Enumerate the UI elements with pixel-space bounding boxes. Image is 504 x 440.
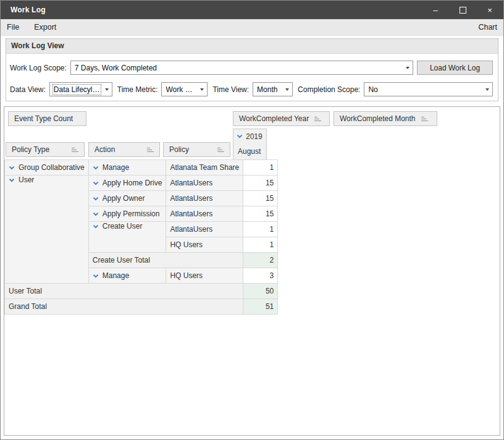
completion-scope-combo[interactable]: No — [364, 82, 493, 96]
policy-cell[interactable]: Atlanata Team Share — [166, 160, 243, 176]
field-button-workcompleted-year[interactable]: WorkCompleted Year — [233, 111, 330, 126]
chevron-down-icon — [285, 88, 289, 91]
field-label: WorkCompleted Month — [340, 114, 416, 123]
combo-arrow-zone[interactable] — [401, 67, 410, 69]
action-cell[interactable]: Create User — [88, 222, 166, 253]
time-view-combo[interactable]: Month — [253, 82, 293, 96]
collapse-chevron-icon[interactable] — [93, 224, 99, 229]
value-cell[interactable]: 15 — [243, 176, 278, 191]
time-metric-value: Work C... — [166, 85, 195, 94]
action-cell[interactable]: Manage — [88, 160, 166, 176]
collapse-chevron-icon[interactable] — [9, 165, 15, 171]
time-metric-label: Time Metric: — [117, 85, 158, 94]
time-metric-combo[interactable]: Work C... — [161, 82, 208, 96]
value-cell[interactable]: 1 — [243, 237, 278, 253]
combo-arrow-zone[interactable] — [280, 88, 289, 91]
scope-row: Work Log Scope: 7 Days, Work Completed L… — [10, 61, 493, 75]
policy-cell[interactable]: AtlantaUsers — [166, 176, 243, 191]
collapse-chevron-icon[interactable] — [93, 196, 99, 201]
combo-arrow-zone[interactable] — [481, 88, 489, 91]
collapse-chevron-icon[interactable] — [93, 211, 99, 217]
policy-cell[interactable]: AtlantaUsers — [166, 206, 243, 222]
action-cell[interactable]: Apply Home Drive — [88, 176, 166, 191]
collapse-chevron-icon[interactable] — [93, 180, 99, 186]
value-cell[interactable]: 3 — [243, 268, 278, 284]
policy-cell[interactable]: HQ Users — [166, 268, 243, 284]
data-view-combo[interactable]: Data Lifecyle ... — [49, 82, 112, 96]
policy-type-cell[interactable]: Group Collaborative — [5, 160, 89, 176]
titlebar: Work Log – × — [1, 1, 503, 19]
pivot-table: Group Collaborative Manage Atlanata Team… — [4, 159, 278, 315]
maximize-icon — [460, 7, 466, 14]
collapse-chevron-icon[interactable] — [93, 165, 99, 171]
grand-total-value-cell[interactable]: 51 — [243, 299, 278, 315]
chevron-down-icon — [485, 88, 489, 91]
menu-file[interactable]: File — [6, 23, 20, 32]
sort-icon — [314, 117, 321, 121]
total-value-cell[interactable]: 50 — [243, 284, 278, 299]
sort-icon — [72, 148, 78, 152]
field-label: Event Type Count — [14, 114, 73, 123]
column-header-month[interactable]: August — [233, 143, 267, 160]
view-options-row: Data View: Data Lifecyle ... Time Metric… — [10, 82, 493, 96]
sort-icon — [147, 148, 154, 152]
main-area: Work Log View Work Log Scope: 7 Days, Wo… — [1, 36, 503, 439]
value-cell[interactable]: 1 — [243, 222, 278, 237]
work-log-view-group: Work Log View Work Log Scope: 7 Days, Wo… — [6, 38, 498, 101]
table-row: User Total 50 — [5, 284, 278, 299]
chevron-down-icon — [406, 67, 410, 69]
total-label-cell[interactable]: User Total — [5, 284, 243, 299]
menu-chart[interactable]: Chart — [477, 23, 498, 32]
data-view-value: Data Lifecyle ... — [54, 85, 100, 94]
year-label: 2019 — [246, 132, 262, 141]
subtotal-value-cell[interactable]: 2 — [243, 253, 278, 268]
action-cell[interactable]: Apply Owner — [88, 191, 166, 206]
work-log-scope-value: 7 Days, Work Completed — [75, 64, 157, 72]
value-cell[interactable]: 15 — [243, 206, 278, 222]
field-label: Action — [94, 145, 115, 154]
work-log-scope-combo[interactable]: 7 Days, Work Completed — [70, 61, 413, 75]
value-cell[interactable]: 15 — [243, 191, 278, 206]
minimize-icon: – — [433, 6, 437, 15]
maximize-button[interactable] — [449, 1, 476, 19]
field-label: Policy Type — [12, 145, 49, 154]
chevron-down-icon — [105, 88, 109, 91]
combo-arrow-zone[interactable] — [195, 88, 204, 91]
time-view-label: Time View: — [212, 85, 249, 94]
work-log-scope-label: Work Log Scope: — [10, 64, 67, 72]
collapse-chevron-icon[interactable] — [9, 177, 15, 183]
policy-cell[interactable]: AtlantaUsers — [166, 222, 243, 237]
field-button-policy-type[interactable]: Policy Type — [6, 142, 85, 157]
menubar: File Export Chart — [1, 19, 503, 36]
value-cell[interactable]: 1 — [243, 160, 278, 176]
action-cell[interactable]: Manage — [88, 268, 166, 284]
column-header-year[interactable]: 2019 — [233, 129, 267, 144]
sort-icon — [421, 117, 428, 121]
table-row: Group Collaborative Manage Atlanata Team… — [5, 160, 278, 176]
data-view-label: Data View: — [10, 85, 46, 94]
collapse-chevron-icon[interactable] — [237, 133, 243, 139]
field-button-policy[interactable]: Policy — [163, 142, 230, 157]
combo-arrow-zone[interactable] — [100, 88, 109, 91]
collapse-chevron-icon[interactable] — [93, 273, 99, 279]
chevron-down-icon — [200, 88, 204, 91]
load-work-log-button[interactable]: Load Work Log — [417, 61, 493, 75]
time-view-value: Month — [257, 85, 277, 94]
policy-cell[interactable]: HQ Users — [166, 237, 243, 253]
field-button-action[interactable]: Action — [88, 142, 160, 157]
policy-type-cell[interactable]: User — [5, 176, 89, 284]
close-button[interactable]: × — [476, 1, 503, 19]
minimize-button[interactable]: – — [422, 1, 449, 19]
action-cell[interactable]: Apply Permission — [88, 206, 166, 222]
sort-icon — [217, 148, 224, 152]
completion-scope-value: No — [368, 85, 377, 94]
field-button-workcompleted-month[interactable]: WorkCompleted Month — [334, 111, 437, 126]
completion-scope-label: Completion Scope: — [298, 85, 360, 94]
policy-cell[interactable]: AtlantaUsers — [166, 191, 243, 206]
subtotal-label-cell[interactable]: Create User Total — [88, 253, 243, 268]
field-button-event-type-count[interactable]: Event Type Count — [8, 111, 86, 126]
group-body: Work Log Scope: 7 Days, Work Completed L… — [6, 54, 498, 96]
menu-export[interactable]: Export — [33, 23, 57, 32]
table-row: Grand Total 51 — [5, 299, 278, 315]
grand-total-label-cell[interactable]: Grand Total — [5, 299, 243, 315]
